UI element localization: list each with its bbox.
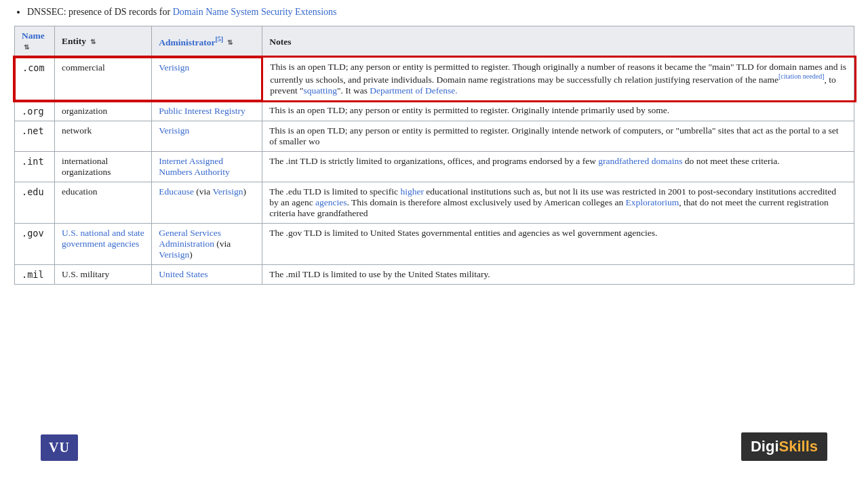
admin-text: ) <box>243 186 246 197</box>
cell-notes: This is an open TLD; any person or entit… <box>262 58 854 101</box>
name-value: .mil <box>22 269 44 280</box>
cell-name: .int <box>15 151 55 182</box>
cell-name: .com <box>15 58 55 101</box>
citation-needed: [citation needed] <box>778 73 824 80</box>
name-value: .edu <box>22 186 44 197</box>
admin-link[interactable]: Verisign <box>159 62 189 73</box>
col-entity-label: Entity <box>62 36 86 46</box>
table-row: .orgorganizationPublic Interest Registry… <box>15 100 854 121</box>
cell-administrator: General Services Administration (via Ver… <box>152 223 262 264</box>
notes-text: The .mil TLD is limited to use by the Un… <box>269 269 490 279</box>
col-header-administrator[interactable]: Administrator[5] ⇅ <box>152 26 262 58</box>
cell-notes: This is an open TLD; any person or entit… <box>262 121 854 151</box>
cell-entity: education <box>55 182 152 223</box>
agencies-link[interactable]: agencies <box>315 197 347 207</box>
col-header-notes: Notes <box>262 26 854 58</box>
cell-name: .net <box>15 121 55 151</box>
table-row: .comcommercialVerisignThis is an open TL… <box>15 58 854 101</box>
entity-value: U.S. military <box>62 269 109 279</box>
exploratorium-link[interactable]: Exploratorium <box>626 197 679 207</box>
notes-text: The .gov TLD is limited to United States… <box>269 228 657 238</box>
cell-name: .gov <box>15 223 55 264</box>
cell-entity: organization <box>55 100 152 121</box>
admin-link[interactable]: Educause <box>159 186 194 197</box>
name-value: .org <box>22 106 44 117</box>
notes-text: This is an open TLD; any person or entit… <box>269 105 669 115</box>
cell-entity: international organizations <box>55 151 152 182</box>
sort-entity-icon: ⇅ <box>90 38 96 45</box>
table-row: .edueducationEducause (via Verisign)The … <box>15 182 854 223</box>
higher-link[interactable]: higher <box>400 186 424 197</box>
cell-notes: The .mil TLD is limited to use by the Un… <box>262 264 854 284</box>
cell-notes: This is an open TLD; any person or entit… <box>262 100 854 121</box>
entity-value: international organizations <box>62 156 111 177</box>
name-value: .gov <box>22 228 44 239</box>
entity-link[interactable]: U.S. national and state government agenc… <box>62 228 144 249</box>
sort-admin-link[interactable]: Administrator <box>159 37 215 47</box>
entity-value: commercial <box>62 62 105 73</box>
admin-link[interactable]: Verisign <box>212 186 243 197</box>
entity-value: network <box>62 125 92 136</box>
admin-link[interactable]: Verisign <box>159 125 189 136</box>
notes-text: This is an open TLD; any person or entit… <box>269 125 838 146</box>
admin-text: (via <box>214 239 231 249</box>
admin-text: ) <box>189 249 193 260</box>
dnssec-link[interactable]: Domain Name System Security Extensions <box>173 7 337 17</box>
cell-entity: commercial <box>55 58 152 101</box>
cell-entity: network <box>55 121 152 151</box>
dod-link[interactable]: Department of Defense. <box>370 85 457 96</box>
cell-name: .mil <box>15 264 55 284</box>
intro-line: DNSSEC: presence of DS records for Domai… <box>14 7 854 18</box>
cell-notes: The .gov TLD is limited to United States… <box>262 223 854 264</box>
cell-administrator: Public Interest Registry <box>152 100 262 121</box>
col-header-entity[interactable]: Entity ⇅ <box>55 26 152 58</box>
col-header-name[interactable]: Name ⇅ <box>15 26 55 58</box>
cell-notes: The .edu TLD is limited to specific high… <box>262 182 854 223</box>
cell-administrator: Verisign <box>152 58 262 101</box>
table-row: .govU.S. national and state government a… <box>15 223 854 264</box>
intro-text: DNSSEC: presence of DS records for <box>27 7 173 17</box>
name-value: .int <box>22 156 44 167</box>
admin-link[interactable]: General Services Administration <box>159 228 221 249</box>
table-header-row: Name ⇅ Entity ⇅ Administrator[5] ⇅ Notes <box>15 26 854 58</box>
admin-link[interactable]: Internet Assigned Numbers Authority <box>159 156 230 177</box>
entity-value: organization <box>62 106 107 116</box>
cell-name: .edu <box>15 182 55 223</box>
sort-name-icon: ⇅ <box>24 43 29 51</box>
name-value: .com <box>22 62 45 73</box>
admin-link[interactable]: Public Interest Registry <box>159 106 245 116</box>
cell-administrator: United States <box>152 264 262 284</box>
tld-table: Name ⇅ Entity ⇅ Administrator[5] ⇅ Notes… <box>14 26 854 285</box>
cell-name: .org <box>15 100 55 121</box>
name-value: .net <box>22 125 44 136</box>
cell-administrator: Educause (via Verisign) <box>152 182 262 223</box>
cell-notes: The .int TLD is strictly limited to orga… <box>262 151 854 182</box>
table-row: .milU.S. militaryUnited StatesThe .mil T… <box>15 264 854 284</box>
table-row: .netnetworkVerisignThis is an open TLD; … <box>15 121 854 151</box>
admin-footnote: [5] <box>215 35 223 43</box>
cell-entity: U.S. military <box>55 264 152 284</box>
grandfathered-link[interactable]: grandfathered domains <box>598 156 682 166</box>
cell-administrator: Verisign <box>152 121 262 151</box>
sort-admin-icon: ⇅ <box>227 39 233 46</box>
squatting-link[interactable]: squatting <box>304 85 338 96</box>
entity-value: education <box>62 186 97 197</box>
admin-text: (via <box>194 186 213 197</box>
admin-link[interactable]: United States <box>159 269 208 279</box>
sort-name-link[interactable]: Name <box>22 30 45 41</box>
cell-entity: U.S. national and state government agenc… <box>55 223 152 264</box>
cell-administrator: Internet Assigned Numbers Authority <box>152 151 262 182</box>
admin-link[interactable]: Verisign <box>159 249 189 260</box>
table-row: .intinternational organizationsInternet … <box>15 151 854 182</box>
